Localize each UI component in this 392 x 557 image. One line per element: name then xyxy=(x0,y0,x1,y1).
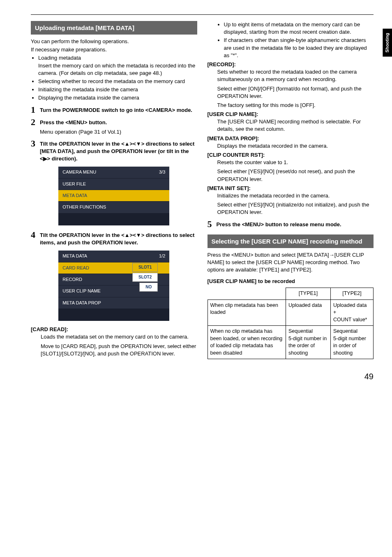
bullet-head: Loading metadata xyxy=(38,55,81,61)
note-2: If characters other than single-byte alp… xyxy=(224,37,374,59)
right-column: Up to eight items of metadata on the mem… xyxy=(208,21,374,359)
menu-page: 3/3 xyxy=(159,169,165,175)
user-clip-name-body: The [USER CLIP NAME] recording method is… xyxy=(217,118,374,133)
th-type1: [TYPE1] xyxy=(286,288,331,300)
step-1: 1 Turn the POWER/MODE switch to go into … xyxy=(31,105,197,114)
row1-type1: Uploaded data xyxy=(286,299,331,326)
section2-paragraph: Press the <MENU> button and select [META… xyxy=(208,251,374,274)
menu-row: OTHER FUNCTIONS xyxy=(58,201,169,213)
menu-page: 1/2 xyxy=(159,253,165,259)
row1-type2: Uploaded data + COUNT value* xyxy=(331,299,374,326)
th-type2: [TYPE2] xyxy=(331,288,374,300)
side-tab-shooting: Shooting xyxy=(383,29,392,57)
row1-label: When clip metadata has been loaded xyxy=(208,299,286,326)
step-5-text: Press the <MENU> button to release menu … xyxy=(217,220,374,228)
meta-init-set-body-2: Select either [YES]/[NO] (initialize/do … xyxy=(217,201,374,216)
meta-data-prop-label: [META DATA PROP]: xyxy=(208,135,374,142)
step-number: 5 xyxy=(208,220,214,229)
step-2: 2 Press the <MENU> button. xyxy=(31,118,197,127)
step-4-text: Tilt the OPERATION lever in the <▲><▼> d… xyxy=(40,230,197,246)
meta-init-set-body-1: Initializes the metadata recorded in the… xyxy=(217,192,374,200)
menu-title: META DATA xyxy=(62,253,87,259)
clip-counter-rst-body-1: Resets the counter value to 1. xyxy=(217,159,374,166)
meta-init-set-label: [META INIT SET]: xyxy=(208,185,374,192)
step-2-body: Menu operation (Page 31 of Vol.1) xyxy=(40,128,197,136)
row2-type2: Sequential 5-digit number in order of sh… xyxy=(331,326,374,359)
row2-label: When no clip metadata has been loaded, o… xyxy=(208,326,286,359)
user-clip-name-label: [USER CLIP NAME]: xyxy=(208,111,374,118)
card-read-label: [CARD READ]: xyxy=(31,326,197,333)
step-2-text: Press the <MENU> button. xyxy=(40,118,197,126)
card-read-notes: Up to eight items of metadata on the mem… xyxy=(224,21,374,59)
bullet-body: Insert the memory card on which the meta… xyxy=(38,62,197,77)
step-number: 4 xyxy=(31,230,37,239)
menu-gap xyxy=(58,309,169,321)
top-rule xyxy=(31,14,374,15)
th-blank xyxy=(208,288,286,300)
row2-type1: Sequential 5-digit number in the order o… xyxy=(286,326,331,359)
section-header-upload-metadata: Uploading metadata [META DATA] xyxy=(31,21,197,35)
section-header-user-clip-name: Selecting the [USER CLIP NAME] recording… xyxy=(208,234,374,248)
menu-row: USER FILE xyxy=(58,178,169,190)
popup-slot1: SLOT1 xyxy=(132,263,158,272)
prep-bullets: Loading metadata Insert the memory card … xyxy=(38,54,197,102)
card-read-body-2: Move to [CARD READ], push the OPERATION … xyxy=(41,343,197,357)
step-number: 1 xyxy=(31,105,37,114)
menu-gap xyxy=(58,213,169,225)
popup-slot2: SLOT2 xyxy=(132,273,158,282)
step-number: 3 xyxy=(31,139,37,148)
step-1-text: Turn the POWER/MODE switch to go into <C… xyxy=(40,105,197,114)
step-3: 3 Tilt the OPERATION lever in the <▲><▼>… xyxy=(31,139,197,163)
clip-counter-rst-body-2: Select either [YES]/[NO] (reset/do not r… xyxy=(217,168,374,183)
record-label: [RECORD]: xyxy=(208,61,374,68)
step-4: 4 Tilt the OPERATION lever in the <▲><▼>… xyxy=(31,230,197,246)
record-body-1: Sets whether to record the metadata load… xyxy=(217,68,374,83)
left-column: Uploading metadata [META DATA] You can p… xyxy=(31,21,197,359)
camera-menu-screenshot: CAMERA MENU 3/3 USER FILE META DATA OTHE… xyxy=(58,167,169,225)
menu-row-selected: META DATA xyxy=(58,190,169,201)
intro-line-1: You can perform the following operations… xyxy=(31,38,197,45)
menu-row: META DATA PROP xyxy=(58,297,169,309)
step-3-text: Tilt the OPERATION lever in the <▲><▼> d… xyxy=(40,139,197,163)
record-body-2: Select either [ON]/[OFF] (format/do not … xyxy=(217,85,374,100)
record-body-3: The factory setting for this mode is [OF… xyxy=(217,102,374,109)
clip-counter-rst-label: [CLIP COUNTER RST]: xyxy=(208,151,374,159)
meta-data-prop-body: Displays the metadata recorded in the ca… xyxy=(217,142,374,150)
popup-no: NO xyxy=(139,283,158,292)
page-number: 49 xyxy=(31,371,374,382)
bullet-head: Initializing the metadata inside the cam… xyxy=(38,86,138,93)
note-1: Up to eight items of metadata on the mem… xyxy=(224,21,374,36)
intro-line-2: If necessary make preparations. xyxy=(31,46,197,53)
table-caption: [USER CLIP NAME] to be recorded xyxy=(208,278,374,285)
card-read-body-1: Loads the metadata set on the memory car… xyxy=(41,333,197,341)
bullet-head: Selecting whether to record the metadata… xyxy=(38,78,185,84)
meta-data-menu-screenshot: META DATA 1/2 CARD READ RECORD USER CLIP… xyxy=(58,251,169,321)
user-clip-name-table: [TYPE1] [TYPE2] When clip metadata has b… xyxy=(208,288,374,359)
bullet-head: Displaying the metadata inside the camer… xyxy=(38,95,139,101)
step-number: 2 xyxy=(31,118,37,127)
menu-title: CAMERA MENU xyxy=(62,169,96,175)
step-5: 5 Press the <MENU> button to release men… xyxy=(208,220,374,229)
